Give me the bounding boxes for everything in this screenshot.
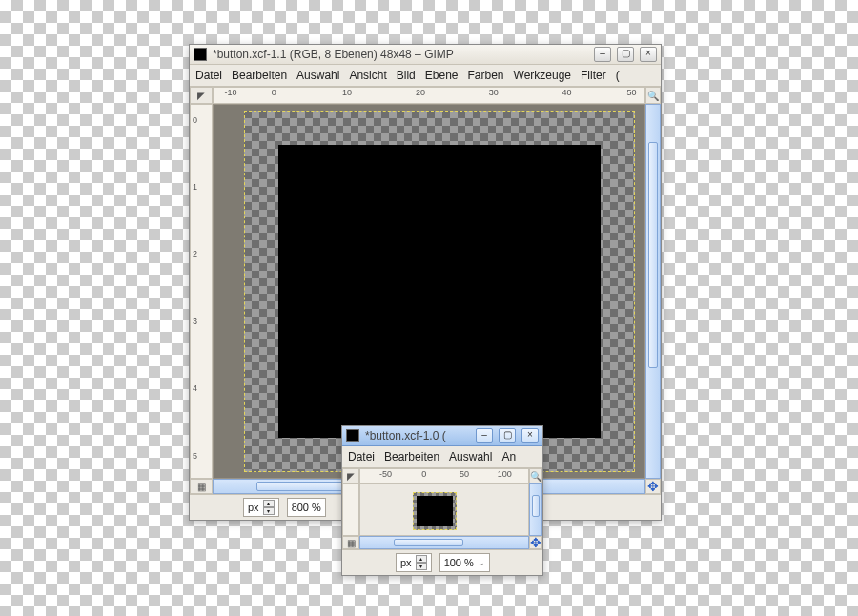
vertical-scrollbar[interactable] [645,104,661,479]
horizontal-scrollbar[interactable] [359,536,529,549]
chevron-down-icon: ⌄ [478,558,485,567]
menu-tools[interactable]: Werkzeuge [514,69,571,82]
horizontal-ruler[interactable]: -50 0 50 100 [359,468,529,483]
hruler-tick: 10 [342,88,352,97]
hruler-tick: 0 [272,88,276,97]
titlebar[interactable]: *button.xcf-1.0 ( – ▢ × [342,426,542,446]
menu-select[interactable]: Auswahl [296,69,339,82]
maximize-button[interactable]: ▢ [499,428,516,443]
unit-selector[interactable]: px ▴▾ [396,553,432,572]
vruler-tick: 0 [193,115,197,125]
menubar: Datei Bearbeiten Auswahl An [342,446,542,468]
gimp-secondary-window: *button.xcf-1.0 ( – ▢ × Datei Bearbeiten… [341,425,543,576]
unit-spinner[interactable]: ▴▾ [416,555,427,570]
menu-file[interactable]: Datei [348,450,375,463]
menu-edit[interactable]: Bearbeiten [232,69,287,82]
quickmask-icon[interactable]: ▦ [190,479,213,494]
image-layer-bounds [413,492,457,530]
window-title: *button.xcf-1.0 ( [365,429,470,442]
vertical-scroll-thumb[interactable] [532,495,540,517]
hruler-tick: 0 [421,469,426,479]
menu-image[interactable]: Bild [397,69,416,82]
menu-file[interactable]: Datei [195,69,222,82]
zoom-fit-icon[interactable]: 🔍 [645,87,661,104]
titlebar[interactable]: *button.xcf-1.1 (RGB, 8 Ebenen) 48x48 – … [190,45,661,65]
menu-overflow[interactable]: An [501,450,516,463]
horizontal-ruler[interactable]: -10 0 10 20 30 40 50 [213,87,645,104]
work-area: ◤ -50 0 50 100 🔍 ▦ ✥ [342,468,542,549]
menu-overflow[interactable]: ( [616,69,620,82]
vertical-ruler[interactable] [342,483,359,536]
navigate-icon[interactable]: ✥ [645,479,661,494]
vruler-tick: 5 [193,451,197,461]
hruler-tick: 40 [562,88,572,97]
zoom-label: 100 % [444,557,474,568]
minimize-button[interactable]: – [476,428,493,443]
menu-filters[interactable]: Filter [581,69,606,82]
close-button[interactable]: × [640,47,657,62]
hruler-tick: -50 [379,469,392,479]
menu-select[interactable]: Auswahl [449,450,492,463]
vruler-tick: 4 [193,383,197,393]
image-content [417,496,453,526]
vruler-tick: 2 [193,249,197,258]
zoom-selector[interactable]: 100 % ⌄ [439,553,490,572]
hruler-tick: 50 [460,469,469,479]
quickmask-icon[interactable]: ▦ [342,536,359,549]
image-layer-bounds [244,111,635,472]
origin-corner[interactable]: ◤ [190,87,213,104]
menu-colors[interactable]: Farben [468,69,504,82]
zoom-label: 800 % [292,502,321,513]
zoom-fit-icon[interactable]: 🔍 [529,468,542,483]
menu-edit[interactable]: Bearbeiten [384,450,439,463]
hruler-tick: 20 [416,88,425,97]
hruler-tick: 50 [626,88,636,97]
vruler-tick: 3 [193,317,197,326]
unit-label: px [248,502,259,513]
canvas[interactable] [213,104,645,479]
menubar: Datei Bearbeiten Auswahl Ansicht Bild Eb… [190,65,661,87]
navigate-icon[interactable]: ✥ [529,536,542,549]
unit-selector[interactable]: px ▴▾ [243,498,279,517]
horizontal-scroll-thumb[interactable] [394,539,462,546]
unit-spinner[interactable]: ▴▾ [263,500,275,515]
hruler-tick: -10 [225,88,237,97]
image-content [278,145,601,438]
close-button[interactable]: × [521,428,539,443]
vertical-ruler[interactable]: 0 1 2 3 4 5 [190,104,213,479]
statusbar: px ▴▾ 100 % ⌄ [342,549,542,575]
titlebar-icon [346,429,359,442]
origin-corner[interactable]: ◤ [342,468,359,483]
menu-view[interactable]: Ansicht [349,69,386,82]
menu-layer[interactable]: Ebene [425,69,459,82]
hruler-tick: 100 [498,469,512,479]
minimize-button[interactable]: – [594,47,611,62]
hruler-tick: 30 [489,88,499,97]
vruler-tick: 1 [193,182,197,192]
canvas[interactable] [359,483,529,536]
zoom-selector[interactable]: 800 % [287,498,326,517]
maximize-button[interactable]: ▢ [617,47,634,62]
window-title: *button.xcf-1.1 (RGB, 8 Ebenen) 48x48 – … [213,48,588,61]
unit-label: px [400,557,412,568]
titlebar-icon [194,48,207,61]
vertical-scroll-thumb[interactable] [648,142,658,368]
vertical-scrollbar[interactable] [529,483,542,536]
